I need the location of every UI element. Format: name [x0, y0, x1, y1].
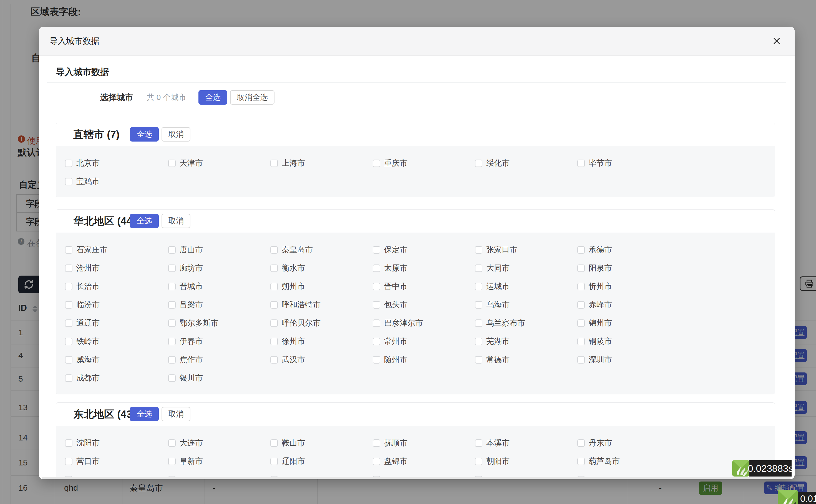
city-checkbox-item[interactable]: 武汉市: [270, 351, 305, 369]
checkbox[interactable]: [168, 264, 176, 272]
checkbox[interactable]: [168, 283, 176, 290]
checkbox[interactable]: [65, 264, 72, 272]
checkbox[interactable]: [168, 374, 176, 382]
checkbox[interactable]: [270, 246, 278, 254]
checkbox[interactable]: [65, 319, 72, 327]
city-checkbox-item[interactable]: 运城市: [475, 277, 510, 296]
city-checkbox-item[interactable]: 承德市: [577, 241, 612, 259]
checkbox[interactable]: [65, 338, 72, 345]
city-checkbox-item[interactable]: 呼伦贝尔市: [270, 314, 321, 332]
city-checkbox-item[interactable]: 呼和浩特市: [270, 296, 321, 314]
city-checkbox-item[interactable]: 秦皇岛市: [270, 241, 313, 259]
city-checkbox-item[interactable]: 晋中市: [373, 277, 407, 296]
city-checkbox-item[interactable]: 鞍山市: [270, 434, 305, 452]
city-checkbox-item[interactable]: 伊春市: [168, 332, 203, 351]
checkbox[interactable]: [65, 439, 72, 447]
city-checkbox-item[interactable]: 盘锦市: [373, 452, 407, 470]
city-checkbox-item[interactable]: 常州市: [373, 332, 407, 351]
checkbox[interactable]: [168, 246, 176, 254]
city-checkbox-item[interactable]: 葫芦岛市: [577, 452, 620, 470]
city-checkbox-item[interactable]: 阜新市: [168, 452, 203, 470]
city-checkbox-item[interactable]: 威海市: [65, 351, 100, 369]
checkbox[interactable]: [577, 283, 585, 290]
section-select-all-button[interactable]: 全选: [130, 407, 159, 421]
checkbox[interactable]: [475, 319, 482, 327]
city-checkbox-item[interactable]: 石家庄市: [65, 241, 107, 259]
section-select-all-button[interactable]: 全选: [130, 214, 159, 228]
city-checkbox-item[interactable]: 通辽市: [65, 314, 100, 332]
city-checkbox-item[interactable]: 赤峰市: [577, 296, 612, 314]
checkbox[interactable]: [65, 301, 72, 309]
city-checkbox-item[interactable]: 张家口市: [475, 241, 517, 259]
city-checkbox-item[interactable]: 巴彦淖尔市: [373, 314, 423, 332]
city-checkbox-item[interactable]: 吕梁市: [168, 296, 203, 314]
checkbox[interactable]: [475, 160, 482, 167]
checkbox[interactable]: [475, 356, 482, 364]
checkbox[interactable]: [270, 301, 278, 309]
checkbox[interactable]: [373, 160, 380, 167]
city-checkbox-item[interactable]: 常德市: [475, 351, 510, 369]
checkbox[interactable]: [168, 439, 176, 447]
checkbox[interactable]: [475, 283, 482, 290]
city-checkbox-item[interactable]: 保定市: [373, 241, 407, 259]
checkbox[interactable]: [577, 356, 585, 364]
checkbox[interactable]: [270, 283, 278, 290]
checkbox[interactable]: [65, 458, 72, 465]
checkbox[interactable]: [373, 458, 380, 465]
checkbox[interactable]: [373, 439, 380, 447]
checkbox[interactable]: [65, 283, 72, 290]
city-checkbox-item[interactable]: 太原市: [373, 259, 407, 277]
section-cancel-button[interactable]: 取消: [162, 127, 190, 142]
city-checkbox-item[interactable]: 大同市: [475, 259, 510, 277]
checkbox[interactable]: [168, 319, 176, 327]
city-checkbox-item[interactable]: 鄂尔多斯市: [168, 314, 218, 332]
city-checkbox-item[interactable]: 随州市: [373, 351, 407, 369]
checkbox[interactable]: [577, 160, 585, 167]
checkbox[interactable]: [475, 264, 482, 272]
horizontal-scrollbar[interactable]: [42, 477, 790, 479]
city-checkbox-item[interactable]: 沈阳市: [65, 434, 100, 452]
city-checkbox-item[interactable]: 铁岭市: [65, 332, 100, 351]
checkbox[interactable]: [168, 458, 176, 465]
checkbox[interactable]: [475, 458, 482, 465]
checkbox[interactable]: [373, 356, 380, 364]
checkbox[interactable]: [577, 458, 585, 465]
checkbox[interactable]: [168, 160, 176, 167]
city-checkbox-item[interactable]: 辽阳市: [270, 452, 305, 470]
city-checkbox-item[interactable]: 成都市: [65, 369, 100, 387]
city-checkbox-item[interactable]: 朝阳市: [475, 452, 510, 470]
checkbox[interactable]: [270, 160, 278, 167]
city-checkbox-item[interactable]: 临汾市: [65, 296, 100, 314]
city-checkbox-item[interactable]: 晋城市: [168, 277, 203, 296]
checkbox[interactable]: [168, 301, 176, 309]
city-checkbox-item[interactable]: 廊坊市: [168, 259, 203, 277]
checkbox[interactable]: [65, 178, 72, 185]
checkbox[interactable]: [373, 301, 380, 309]
checkbox[interactable]: [577, 319, 585, 327]
city-checkbox-item[interactable]: 徐州市: [270, 332, 305, 351]
section-select-all-button[interactable]: 全选: [130, 127, 159, 142]
close-icon[interactable]: ×: [769, 33, 785, 49]
checkbox[interactable]: [577, 301, 585, 309]
checkbox[interactable]: [475, 246, 482, 254]
checkbox[interactable]: [270, 319, 278, 327]
city-checkbox-item[interactable]: 忻州市: [577, 277, 612, 296]
city-checkbox-item[interactable]: 北京市: [65, 154, 100, 172]
checkbox[interactable]: [475, 301, 482, 309]
checkbox[interactable]: [373, 246, 380, 254]
checkbox[interactable]: [270, 338, 278, 345]
city-checkbox-item[interactable]: 宝鸡市: [65, 172, 100, 191]
deselect-all-button[interactable]: 取消全选: [230, 90, 274, 105]
city-checkbox-item[interactable]: 重庆市: [373, 154, 407, 172]
checkbox[interactable]: [168, 356, 176, 364]
city-checkbox-item[interactable]: 本溪市: [475, 434, 510, 452]
checkbox[interactable]: [373, 264, 380, 272]
checkbox[interactable]: [65, 160, 72, 167]
city-checkbox-item[interactable]: 绥化市: [475, 154, 510, 172]
city-checkbox-item[interactable]: 朔州市: [270, 277, 305, 296]
city-checkbox-item[interactable]: 天津市: [168, 154, 203, 172]
checkbox[interactable]: [270, 458, 278, 465]
checkbox[interactable]: [373, 283, 380, 290]
city-checkbox-item[interactable]: 长治市: [65, 277, 100, 296]
city-checkbox-item[interactable]: 银川市: [168, 369, 203, 387]
